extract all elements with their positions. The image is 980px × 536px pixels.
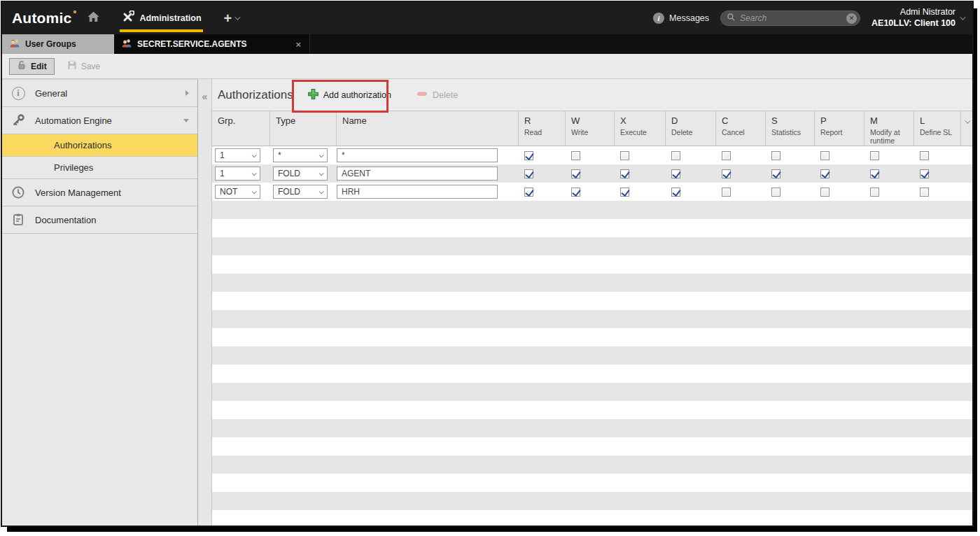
header-sublabel: Cancel (722, 128, 762, 136)
empty-table-row[interactable] (212, 346, 972, 365)
grp-select[interactable]: 1 (215, 148, 260, 162)
perm-checkbox-w[interactable] (571, 188, 580, 197)
sidebar-item-automation-engine[interactable]: Automation Engine (2, 107, 197, 134)
add-authorization-label: Add authorization (323, 90, 391, 100)
name-input[interactable] (337, 185, 498, 199)
perm-checkbox-m[interactable] (870, 188, 879, 197)
plus-icon: + (224, 11, 232, 25)
info-circle-icon: i (10, 87, 26, 100)
user-menu[interactable]: Admi Nistrator AE10LLV: Client 100 (872, 7, 964, 29)
empty-table-row[interactable] (212, 419, 972, 437)
type-select[interactable]: FOLD (273, 167, 328, 181)
empty-table-row[interactable] (212, 201, 972, 219)
empty-table-row[interactable] (212, 383, 972, 401)
perm-checkbox-r[interactable] (524, 169, 533, 178)
column-chooser-chevron-icon (965, 118, 970, 123)
perm-checkbox-w[interactable] (571, 151, 580, 160)
header-cell: PReport (815, 111, 864, 146)
delete-button[interactable]: Delete (416, 88, 458, 101)
perm-checkbox-x[interactable] (620, 188, 629, 197)
user-groups-icon (9, 38, 20, 51)
empty-table-row[interactable] (212, 255, 972, 274)
grp-cell: NOT (212, 185, 270, 199)
add-authorization-button[interactable]: Add authorization (307, 88, 391, 102)
empty-table-row[interactable] (212, 310, 972, 328)
perm-cell (615, 151, 666, 160)
perm-checkbox-c[interactable] (722, 151, 731, 160)
messages-button[interactable]: i Messages (653, 13, 709, 24)
empty-table-row[interactable] (212, 474, 972, 492)
table-row[interactable]: 1* (212, 146, 972, 164)
perm-checkbox-p[interactable] (820, 188, 830, 197)
empty-table-row[interactable] (212, 456, 972, 474)
grp-select[interactable]: 1 (215, 167, 260, 181)
sidebar-item-general[interactable]: i General (2, 80, 197, 107)
close-icon[interactable]: × (294, 40, 302, 49)
nav-administration[interactable]: Administration (121, 2, 201, 34)
perm-checkbox-l[interactable] (920, 151, 929, 160)
collapse-icon[interactable]: « (202, 91, 208, 102)
clear-search-icon[interactable]: ✕ (846, 13, 857, 24)
edit-button[interactable]: Edit (9, 58, 55, 75)
empty-table-row[interactable] (212, 365, 972, 383)
empty-table-row[interactable] (212, 274, 972, 292)
perm-cell (519, 188, 566, 197)
perm-checkbox-m[interactable] (870, 169, 879, 178)
perm-checkbox-l[interactable] (920, 169, 929, 178)
search-box: ✕ (720, 10, 860, 26)
authorizations-table-header: Grp.TypeNameRReadWWriteXExecuteDDeleteCC… (212, 111, 972, 146)
perm-checkbox-p[interactable] (820, 169, 830, 178)
perm-checkbox-m[interactable] (870, 151, 879, 160)
header-cell: DDelete (666, 111, 716, 146)
empty-table-row[interactable] (212, 401, 972, 419)
empty-table-row[interactable] (212, 328, 972, 346)
perm-checkbox-d[interactable] (671, 169, 680, 178)
home-button[interactable] (87, 10, 100, 26)
empty-table-row[interactable] (212, 219, 972, 237)
perm-checkbox-d[interactable] (671, 188, 680, 197)
sidebar-item-authorizations[interactable]: Authorizations (2, 134, 197, 157)
type-select[interactable]: FOLD (273, 185, 328, 199)
sidebar-item-label: Documentation (35, 215, 96, 225)
perm-checkbox-l[interactable] (920, 188, 929, 197)
name-input[interactable] (337, 148, 498, 162)
body: i General Automation Engine Authorizatio… (2, 79, 972, 526)
perm-checkbox-r[interactable] (524, 188, 533, 197)
empty-table-row[interactable] (212, 437, 972, 456)
tab-secret-service-agents[interactable]: SECRET.SERVICE.AGENTS × (114, 34, 310, 54)
header-cell: SStatistics (766, 111, 815, 146)
search-input[interactable] (740, 13, 842, 23)
header-sublabel: Read (524, 128, 562, 136)
empty-table-row[interactable] (212, 237, 972, 255)
chevron-right-icon (186, 90, 189, 96)
sidebar-item-version-management[interactable]: Version Management (2, 179, 197, 206)
perm-checkbox-r[interactable] (524, 151, 533, 160)
perm-checkbox-c[interactable] (722, 169, 731, 178)
perm-checkbox-p[interactable] (820, 151, 830, 160)
column-chooser[interactable] (961, 111, 972, 146)
table-row[interactable]: 1FOLD (212, 164, 972, 183)
perm-checkbox-d[interactable] (671, 151, 680, 160)
sidebar-item-documentation[interactable]: Documentation (2, 206, 197, 234)
tab-label: SECRET.SERVICE.AGENTS (137, 39, 246, 49)
sidebar-item-privileges[interactable]: Privileges (2, 157, 197, 179)
empty-table-row[interactable] (212, 510, 972, 526)
perm-cell (566, 169, 615, 178)
type-select[interactable]: * (273, 148, 328, 162)
new-perspective-button[interactable]: + (224, 11, 239, 25)
name-input[interactable] (337, 167, 498, 181)
perm-checkbox-x[interactable] (620, 169, 629, 178)
empty-table-row[interactable] (212, 292, 972, 310)
perm-checkbox-c[interactable] (722, 188, 731, 197)
perm-checkbox-s[interactable] (771, 188, 780, 197)
sidebar-item-label: Privileges (54, 162, 93, 173)
save-button[interactable]: Save (67, 60, 100, 72)
perm-checkbox-s[interactable] (771, 151, 780, 160)
perm-checkbox-w[interactable] (571, 169, 580, 178)
empty-table-row[interactable] (212, 492, 972, 510)
table-row[interactable]: NOTFOLD (212, 183, 972, 201)
perm-checkbox-s[interactable] (771, 169, 780, 178)
grp-select[interactable]: NOT (215, 185, 260, 199)
perm-checkbox-x[interactable] (620, 151, 629, 160)
tab-user-groups[interactable]: User Groups (2, 34, 114, 54)
